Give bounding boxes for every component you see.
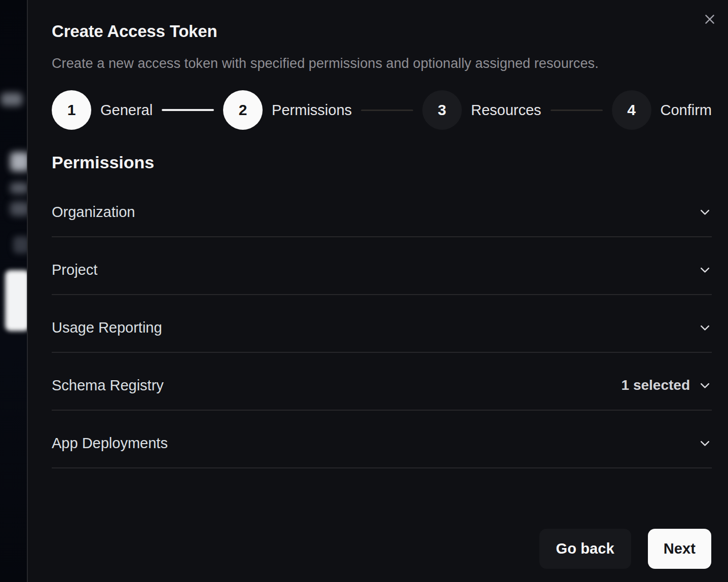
permission-row-label: Organization: [52, 203, 135, 221]
blurred-background-icon: [13, 236, 27, 253]
step-2-label: Permissions: [272, 102, 352, 119]
modal-footer: Go back Next: [52, 529, 711, 569]
step-3-label: Resources: [471, 102, 541, 119]
chevron-down-icon: [698, 379, 712, 392]
step-1-circle: 1: [52, 90, 91, 130]
wizard-stepper: 1 General 2 Permissions 3 Resources 4 Co…: [52, 90, 712, 130]
blurred-background-text: [1, 93, 22, 106]
step-4-circle: 4: [612, 90, 651, 130]
modal-content: Create Access Token Create a new access …: [28, 0, 728, 582]
chevron-down-icon: [698, 205, 712, 219]
blurred-background-text: [10, 183, 27, 194]
step-permissions: 2 Permissions: [223, 90, 352, 130]
step-1-label: General: [100, 102, 153, 119]
permission-row-organization[interactable]: Organization: [52, 179, 712, 237]
step-4-label: Confirm: [661, 102, 712, 119]
permission-row-usage-reporting[interactable]: Usage Reporting: [52, 295, 712, 353]
background-page: [0, 0, 27, 582]
chevron-down-icon: [698, 321, 712, 335]
step-resources: 3 Resources: [422, 90, 541, 130]
chevron-down-icon: [698, 263, 712, 277]
permission-row-label: App Deployments: [52, 434, 168, 452]
permission-row-label: Usage Reporting: [52, 319, 162, 336]
blurred-background-text: [10, 152, 27, 171]
next-button[interactable]: Next: [648, 529, 711, 569]
chevron-down-icon: [698, 437, 712, 450]
step-connector-incomplete: [361, 110, 413, 111]
step-confirm: 4 Confirm: [612, 90, 712, 130]
go-back-button[interactable]: Go back: [539, 529, 631, 569]
create-access-token-modal: Create Access Token Create a new access …: [27, 0, 728, 582]
permissions-list: Organization Project: [52, 179, 712, 468]
permission-row-app-deployments[interactable]: App Deployments: [52, 411, 712, 468]
step-2-circle: 2: [223, 90, 263, 130]
blurred-background-card: [5, 270, 27, 331]
permission-row-project[interactable]: Project: [52, 237, 712, 295]
step-general: 1 General: [52, 90, 153, 130]
step-3-circle: 3: [422, 90, 462, 130]
modal-title: Create Access Token: [52, 22, 712, 41]
permission-row-label: Schema Registry: [52, 377, 164, 394]
blurred-background-text: [10, 202, 27, 216]
step-connector-complete: [162, 109, 214, 111]
permission-row-label: Project: [52, 261, 97, 278]
selected-count-badge: 1 selected: [622, 377, 690, 393]
modal-description: Create a new access token with specified…: [52, 56, 712, 71]
permission-row-schema-registry[interactable]: Schema Registry 1 selected: [52, 353, 712, 411]
step-connector-incomplete: [551, 110, 603, 111]
permissions-heading: Permissions: [52, 152, 712, 172]
